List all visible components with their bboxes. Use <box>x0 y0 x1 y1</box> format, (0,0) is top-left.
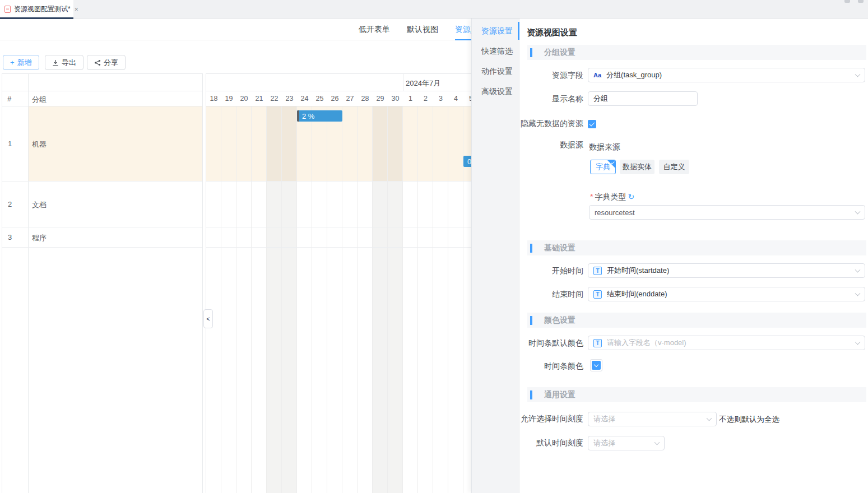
datasource-option-custom[interactable]: 自定义 <box>659 160 689 174</box>
section-accent-bar <box>530 48 532 57</box>
allow-scale-label: 允许选择时间刻度 <box>519 414 583 424</box>
color-swatch <box>592 361 601 370</box>
row-index: 2 <box>8 200 12 208</box>
bar-color-picker[interactable] <box>590 359 602 371</box>
display-name-input[interactable]: 分组 <box>588 91 698 106</box>
day-label: 23 <box>282 95 297 106</box>
text-field-type-icon: Aa <box>593 72 601 78</box>
resource-field-label: 资源字段 <box>519 71 583 81</box>
menu-item-resource-settings[interactable]: 资源设置 <box>472 21 519 41</box>
day-label: 2 <box>418 95 433 106</box>
settings-panel: 资源视图设置 分组设置 资源字段 Aa 分组(task_group) 显示名称 … <box>519 18 868 493</box>
section-accent-bar <box>530 316 532 325</box>
start-time-select[interactable]: T 开始时间(startdate) <box>588 263 865 278</box>
day-label: 27 <box>342 95 358 106</box>
row-divider <box>206 247 472 248</box>
start-time-label: 开始时间 <box>519 266 583 276</box>
datasource-option-dict[interactable]: 字典 <box>590 160 616 174</box>
settings-menu: 资源设置 快速筛选 动作设置 高级设置 <box>472 18 519 493</box>
section-header-color: 颜色设置 <box>527 313 866 328</box>
day-label: 1 <box>403 95 418 106</box>
export-button-label: 导出 <box>62 58 76 68</box>
panel-title: 资源视图设置 <box>527 27 577 38</box>
tab-resource-view-config[interactable]: 资源视图配置测试* × <box>0 0 73 18</box>
row-group-name[interactable]: 程序 <box>32 233 47 243</box>
collapse-panel-button[interactable]: < <box>203 309 213 328</box>
header-divider <box>2 91 202 91</box>
share-button-label: 分享 <box>104 58 118 68</box>
tab-lowcode-form[interactable]: 低开表单 <box>359 18 390 40</box>
day-label: 24 <box>297 95 312 106</box>
plus-icon: + <box>10 58 15 67</box>
hide-empty-label: 隐藏无数据的资源 <box>519 119 583 129</box>
titlebar-icon <box>844 0 850 3</box>
export-button[interactable]: 导出 <box>45 55 83 70</box>
tab-default-view[interactable]: 默认视图 <box>407 18 438 40</box>
day-label: 28 <box>358 95 373 106</box>
day-label: 19 <box>221 95 236 106</box>
share-button[interactable]: 分享 <box>87 55 126 70</box>
row-divider <box>2 181 202 182</box>
bar-resize-handle[interactable] <box>297 110 299 122</box>
row-divider <box>206 181 472 182</box>
day-label: 18 <box>206 95 221 106</box>
default-bar-color-label: 时间条默认颜色 <box>519 338 583 348</box>
row-group-name[interactable]: 文档 <box>32 200 47 210</box>
default-bar-color-select[interactable]: T 请输入字段名（v-model) <box>588 336 865 350</box>
gantt-resource-table: # 分组 1 机器 2 文档 3 程序 <box>2 73 203 493</box>
resource-field-select[interactable]: Aa 分组(task_group) <box>588 68 865 82</box>
day-label: 29 <box>373 95 388 106</box>
selected-row-highlight <box>29 106 202 181</box>
header-divider <box>2 106 202 106</box>
add-button[interactable]: + 新增 <box>3 55 39 70</box>
row-index: 3 <box>8 233 12 241</box>
row-divider <box>206 227 472 227</box>
header-divider <box>206 106 472 106</box>
refresh-icon[interactable]: ↻ <box>628 192 634 201</box>
dict-type-select[interactable]: resourcetest <box>589 205 865 220</box>
chevron-down-icon <box>855 339 861 345</box>
column-header-index: # <box>7 95 11 103</box>
end-time-select[interactable]: T 结束时间(enddate) <box>588 287 865 301</box>
close-icon[interactable]: × <box>75 6 78 13</box>
column-divider <box>28 74 29 493</box>
row-group-name[interactable]: 机器 <box>32 139 47 150</box>
date-field-type-icon: T <box>593 339 602 347</box>
default-scale-select[interactable]: 请选择 <box>588 436 665 450</box>
dict-type-value: resourcetest <box>595 208 635 217</box>
menu-item-advanced-settings[interactable]: 高级设置 <box>472 81 519 101</box>
hide-empty-checkbox[interactable] <box>588 120 596 128</box>
timeline-gridlines <box>206 106 472 493</box>
day-label: 21 <box>252 95 267 106</box>
chevron-left-icon: < <box>206 315 210 322</box>
bar-color-label: 时间条颜色 <box>519 361 583 371</box>
datasource-option-entity[interactable]: 数据实体 <box>620 160 655 174</box>
chevron-down-icon <box>855 72 861 77</box>
datasource-label: 数据源 <box>519 140 583 150</box>
end-time-label: 结束时间 <box>519 290 583 300</box>
window-tabbar: 资源视图配置测试* × <box>0 0 868 18</box>
default-scale-label: 默认时间刻度 <box>519 438 583 448</box>
section-header-general: 通用设置 <box>527 387 866 402</box>
row-divider <box>2 227 202 227</box>
month-label: 2024年7月 <box>406 78 440 89</box>
settings-drawer: 资源设置 快速筛选 动作设置 高级设置 资源视图设置 分组设置 资源字段 Aa … <box>471 18 868 493</box>
gantt-bar[interactable]: 2 % <box>297 110 342 122</box>
section-header-basic: 基础设置 <box>527 240 866 255</box>
end-time-value: 结束时间(enddate) <box>607 289 667 299</box>
resource-field-value: 分组(task_group) <box>606 70 662 80</box>
row-divider <box>2 247 202 248</box>
allow-scale-placeholder: 请选择 <box>593 414 615 424</box>
day-label: 22 <box>267 95 282 106</box>
date-field-type-icon: T <box>593 290 602 299</box>
add-button-label: 新增 <box>17 58 32 68</box>
menu-item-action-settings[interactable]: 动作设置 <box>472 61 519 81</box>
day-label: 3 <box>433 95 448 106</box>
section-title: 基础设置 <box>544 243 575 253</box>
dict-type-row: *字典类型↻ <box>590 192 634 202</box>
allow-scale-select[interactable]: 请选择 <box>588 412 717 426</box>
section-accent-bar <box>530 244 532 253</box>
section-accent-bar <box>530 390 532 399</box>
default-scale-placeholder: 请选择 <box>593 438 615 448</box>
menu-item-quick-filter[interactable]: 快速筛选 <box>472 41 519 61</box>
